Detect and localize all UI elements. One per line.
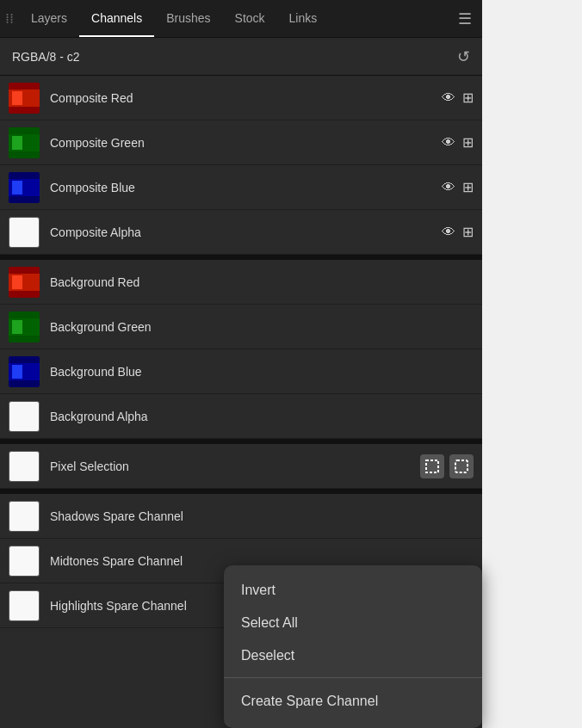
channel-thumb-green bbox=[9, 312, 40, 342]
sliders-icon[interactable]: ⊞ bbox=[462, 179, 474, 195]
pixel-selection-icons bbox=[420, 454, 474, 478]
tab-brushes[interactable]: Brushes bbox=[154, 0, 222, 37]
tab-links[interactable]: Links bbox=[277, 0, 330, 37]
svg-rect-18 bbox=[426, 460, 438, 472]
channel-thumb-red bbox=[9, 267, 40, 298]
menu-item-create-spare-channel[interactable]: Create Spare Channel bbox=[224, 683, 482, 719]
eye-icon[interactable]: 👁 bbox=[442, 225, 455, 240]
channel-name: Background Green bbox=[50, 320, 474, 334]
channel-name: Background Alpha bbox=[50, 410, 474, 423]
list-item[interactable]: Composite Blue 👁 ⊞ bbox=[0, 165, 482, 210]
channel-thumb-white bbox=[9, 590, 40, 621]
sliders-icon[interactable]: ⊞ bbox=[462, 134, 474, 151]
channel-name: Background Blue bbox=[50, 365, 474, 379]
reset-icon[interactable]: ↺ bbox=[457, 47, 470, 66]
tab-bar: ⁞⁞ Layers Channels Brushes Stock Links ☰ bbox=[0, 0, 482, 38]
marquee-icon[interactable] bbox=[420, 454, 444, 478]
mask-icon[interactable] bbox=[449, 454, 474, 478]
background-section: Background Red Background Green bbox=[0, 260, 482, 439]
svg-rect-17 bbox=[12, 365, 22, 379]
channel-actions: 👁 ⊞ bbox=[442, 134, 474, 151]
channel-name: Pixel Selection bbox=[50, 460, 420, 473]
channel-thumb-white bbox=[9, 546, 40, 577]
list-item[interactable]: Background Blue bbox=[0, 349, 482, 394]
right-area bbox=[482, 0, 582, 728]
rgba-header: RGBA/8 - c2 ↺ bbox=[0, 38, 482, 76]
tab-menu-icon[interactable]: ☰ bbox=[448, 9, 482, 28]
drag-handle: ⁞⁞ bbox=[0, 0, 19, 37]
sliders-icon[interactable]: ⊞ bbox=[462, 224, 474, 240]
channel-thumb-white bbox=[9, 501, 40, 532]
menu-item-deselect[interactable]: Deselect bbox=[224, 639, 482, 672]
channel-name: Composite Green bbox=[50, 136, 442, 150]
tab-stock[interactable]: Stock bbox=[223, 0, 277, 37]
menu-divider bbox=[224, 677, 482, 678]
channel-actions: 👁 ⊞ bbox=[442, 179, 474, 195]
list-item[interactable]: Background Alpha bbox=[0, 394, 482, 439]
sliders-icon[interactable]: ⊞ bbox=[462, 89, 474, 106]
channel-thumb-white bbox=[9, 401, 40, 432]
channel-thumb-white bbox=[9, 451, 40, 482]
list-item[interactable]: Shadows Spare Channel bbox=[0, 494, 482, 539]
context-menu: Invert Select All Deselect Create Spare … bbox=[224, 565, 482, 728]
composite-section: Composite Red 👁 ⊞ Composite Green 👁 bbox=[0, 76, 482, 255]
menu-item-select-all[interactable]: Select All bbox=[224, 607, 482, 639]
menu-item-invert[interactable]: Invert bbox=[224, 574, 482, 607]
tab-layers[interactable]: Layers bbox=[19, 0, 79, 37]
channel-name: Composite Blue bbox=[50, 181, 442, 194]
tab-channels[interactable]: Channels bbox=[79, 0, 154, 37]
svg-rect-5 bbox=[12, 136, 22, 150]
list-item[interactable]: Background Green bbox=[0, 305, 482, 349]
svg-rect-2 bbox=[12, 91, 22, 105]
svg-rect-19 bbox=[455, 460, 467, 472]
channel-thumb-blue bbox=[9, 356, 40, 387]
rgba-label: RGBA/8 - c2 bbox=[12, 50, 80, 64]
list-item[interactable]: Composite Green 👁 ⊞ bbox=[0, 120, 482, 165]
channel-name: Shadows Spare Channel bbox=[50, 509, 474, 523]
eye-icon[interactable]: 👁 bbox=[442, 135, 455, 151]
eye-icon[interactable]: 👁 bbox=[442, 90, 455, 106]
svg-rect-14 bbox=[12, 320, 22, 334]
channel-thumb-blue bbox=[9, 172, 40, 203]
list-item[interactable]: Composite Alpha 👁 ⊞ bbox=[0, 210, 482, 255]
svg-rect-8 bbox=[12, 181, 22, 194]
eye-icon[interactable]: 👁 bbox=[442, 180, 455, 195]
channel-name: Background Red bbox=[50, 275, 474, 289]
channel-name: Composite Alpha bbox=[50, 225, 442, 239]
list-item[interactable]: Background Red bbox=[0, 260, 482, 305]
channel-thumb-green bbox=[9, 127, 40, 158]
channel-name: Composite Red bbox=[50, 91, 442, 105]
svg-rect-11 bbox=[12, 275, 22, 289]
channel-actions: 👁 ⊞ bbox=[442, 89, 474, 106]
list-item[interactable]: Composite Red 👁 ⊞ bbox=[0, 76, 482, 120]
channel-thumb-white bbox=[9, 217, 40, 248]
channel-thumb-red bbox=[9, 83, 40, 114]
channel-actions: 👁 ⊞ bbox=[442, 224, 474, 240]
pixel-selection-item[interactable]: Pixel Selection bbox=[0, 444, 482, 489]
